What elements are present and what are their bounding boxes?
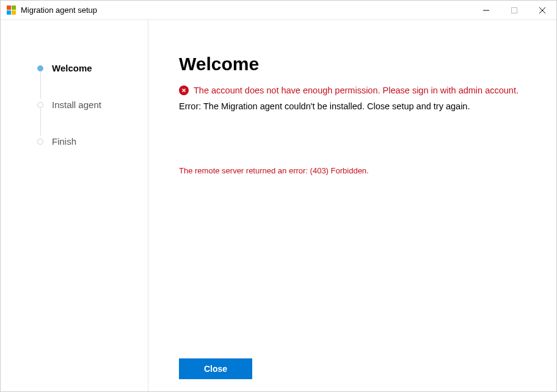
minimize-button[interactable] bbox=[472, 1, 500, 20]
window-title: Migration agent setup bbox=[21, 5, 472, 15]
sidebar: Welcome Install agent Finish bbox=[1, 20, 148, 391]
svg-rect-1 bbox=[512, 7, 517, 13]
maximize-button bbox=[500, 1, 528, 20]
error-icon bbox=[179, 85, 189, 95]
steps-list: Welcome Install agent Finish bbox=[37, 63, 148, 147]
permission-error-row: The account does not have enough permiss… bbox=[179, 85, 532, 95]
step-dot-icon bbox=[37, 102, 43, 108]
step-label: Install agent bbox=[52, 100, 101, 110]
step-connector bbox=[40, 109, 41, 136]
server-error-text: The remote server returned an error: (40… bbox=[179, 166, 532, 175]
install-error-text: Error: The Migration agent couldn't be i… bbox=[179, 101, 532, 111]
step-label: Finish bbox=[52, 136, 76, 147]
titlebar: Migration agent setup bbox=[1, 1, 556, 20]
step-label: Welcome bbox=[52, 63, 92, 73]
step-connector bbox=[40, 72, 41, 99]
window-controls bbox=[472, 1, 556, 20]
close-button[interactable]: Close bbox=[179, 358, 252, 379]
content: Welcome The account does not have enough… bbox=[148, 20, 556, 391]
step-dot-icon bbox=[37, 65, 43, 71]
step-install-agent: Install agent bbox=[37, 100, 148, 111]
window: Migration agent setup Welcome bbox=[0, 0, 557, 392]
page-title: Welcome bbox=[179, 54, 532, 74]
permission-error-text: The account does not have enough permiss… bbox=[194, 85, 519, 95]
body: Welcome Install agent Finish Welcome bbox=[1, 20, 556, 391]
footer: Close bbox=[179, 358, 252, 379]
step-welcome: Welcome bbox=[37, 63, 148, 74]
close-window-button[interactable] bbox=[528, 1, 556, 20]
step-dot-icon bbox=[37, 139, 43, 145]
microsoft-logo-icon bbox=[7, 5, 16, 15]
step-finish: Finish bbox=[37, 136, 148, 147]
